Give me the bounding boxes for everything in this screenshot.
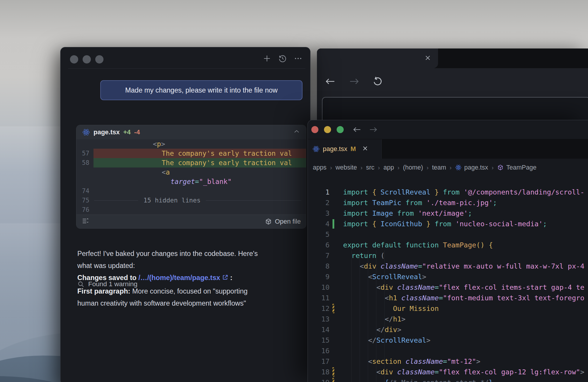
browser-reload-button[interactable] bbox=[372, 76, 383, 86]
collapse-chevron-icon[interactable] bbox=[293, 128, 300, 136]
history-icon[interactable] bbox=[278, 54, 287, 63]
code-text: import TeamPic from './team-pic.jpg'; bbox=[343, 199, 497, 207]
line-number: 8 bbox=[308, 261, 330, 272]
diff-row[interactable]: 76 bbox=[76, 205, 306, 215]
close-traffic-light[interactable] bbox=[311, 126, 318, 133]
code-line[interactable]: 16 bbox=[308, 346, 588, 356]
browser-tab[interactable] bbox=[317, 48, 438, 68]
external-link-icon[interactable] bbox=[222, 274, 228, 281]
code-line[interactable]: 2import TeamPic from './team-pic.jpg'; bbox=[308, 197, 588, 208]
diff-line-number: 58 bbox=[76, 158, 89, 167]
paragraph-text: More concise, focused on "supporting bbox=[130, 287, 248, 295]
code-line[interactable]: 18 <div className="flex flex-col gap-12 … bbox=[308, 367, 588, 377]
breadcrumb-separator: › bbox=[450, 164, 452, 171]
code-line[interactable]: 11 <h1 className="font-medium text-3xl t… bbox=[308, 293, 588, 303]
line-number: 6 bbox=[308, 240, 330, 250]
code-line[interactable]: 14 </div> bbox=[308, 324, 588, 335]
window-traffic-lights[interactable] bbox=[311, 126, 344, 133]
line-number: 9 bbox=[308, 272, 330, 282]
code-text: </ScrollReveal> bbox=[343, 336, 430, 344]
editor-forward-button[interactable] bbox=[368, 125, 378, 135]
code-line[interactable]: 3import Image from 'next/image'; bbox=[308, 208, 588, 219]
diff-row[interactable]: 74 bbox=[76, 186, 306, 196]
breadcrumb-item-teampage[interactable]: TeamPage bbox=[497, 164, 537, 171]
code-text: <section className="mt-12"> bbox=[343, 357, 480, 366]
diff-row[interactable]: 7515 hidden lines bbox=[76, 196, 306, 205]
code-line[interactable]: 17 <section className="mt-12"> bbox=[308, 356, 588, 367]
react-file-icon bbox=[313, 145, 320, 153]
user-message-text: Made my changes, please write it into th… bbox=[125, 86, 278, 94]
code-line[interactable]: 19 {/* Main content start */} bbox=[308, 377, 588, 382]
code-line[interactable]: 4import { IconGithub } from 'nucleo-soci… bbox=[308, 219, 588, 229]
zoom-traffic-light[interactable] bbox=[337, 126, 344, 133]
code-text: return ( bbox=[343, 252, 385, 260]
breadcrumbs: apps›website›src›app›(home)›team› page.t… bbox=[308, 159, 588, 176]
diff-card-footer: Open file bbox=[76, 215, 306, 228]
breadcrumb-separator: › bbox=[378, 164, 380, 171]
diff-row[interactable]: 58The company's early traction val bbox=[76, 158, 306, 167]
paragraph-text: First paragraph: bbox=[77, 287, 130, 295]
breadcrumb-item-home[interactable]: (home) bbox=[403, 164, 423, 171]
diff-card-header[interactable]: page.tsx +4 -4 bbox=[76, 125, 306, 139]
traffic-light[interactable] bbox=[70, 55, 78, 63]
breadcrumb-item-apps[interactable]: apps bbox=[313, 164, 327, 171]
line-number: 5 bbox=[308, 229, 330, 240]
new-thread-icon[interactable] bbox=[263, 54, 271, 63]
hidden-lines-label[interactable]: 15 hidden lines bbox=[138, 196, 206, 205]
assistant-chat-window: Made my changes, please write it into th… bbox=[60, 47, 310, 382]
breadcrumb-item-website[interactable]: website bbox=[335, 164, 357, 171]
window-traffic-lights[interactable] bbox=[70, 55, 103, 63]
browser-back-button[interactable] bbox=[325, 77, 336, 86]
tab-file-name: page.tsx bbox=[323, 145, 347, 153]
breadcrumb-item-team[interactable]: team bbox=[432, 164, 446, 171]
code-text: <div className="flex flex-col gap-12 lg:… bbox=[343, 368, 584, 376]
breadcrumb-item-app[interactable]: app bbox=[383, 164, 394, 171]
more-options-icon[interactable] bbox=[294, 54, 303, 63]
code-line[interactable]: 13 </h1> bbox=[308, 314, 588, 324]
line-number: 3 bbox=[308, 208, 330, 219]
code-line[interactable]: 6export default function TeamPage() { bbox=[308, 240, 588, 250]
code-line[interactable]: 5 bbox=[308, 229, 588, 240]
diff-deletions: -4 bbox=[134, 128, 140, 136]
tab-close-icon[interactable] bbox=[424, 54, 432, 63]
diff-row[interactable]: target="_blank" bbox=[76, 177, 306, 186]
expand-diff-icon[interactable] bbox=[82, 217, 89, 226]
paragraph-text: Perfect! I've baked your changes into th… bbox=[77, 250, 258, 257]
line-number: 19 bbox=[308, 377, 330, 382]
code-text: </div> bbox=[343, 326, 401, 334]
diff-row[interactable]: 57The company's early traction val bbox=[76, 149, 306, 158]
code-line[interactable]: 1import { ScrollReveal } from '@/compone… bbox=[308, 187, 588, 197]
code-text: <div className="relative mx-auto w-full … bbox=[343, 262, 584, 270]
code-line[interactable]: 7 return ( bbox=[308, 250, 588, 261]
line-number: 18 bbox=[308, 367, 330, 377]
code-line[interactable]: 15 </ScrollReveal> bbox=[308, 335, 588, 346]
traffic-light[interactable] bbox=[83, 55, 91, 63]
browser-tab-bar bbox=[317, 48, 588, 68]
breadcrumb-item-pagetsx[interactable]: page.tsx bbox=[455, 164, 488, 171]
diff-row[interactable]: <p> bbox=[76, 139, 306, 149]
editor-window: page.tsx M apps›website›src›app›(home)›t… bbox=[308, 120, 588, 382]
traffic-light[interactable] bbox=[95, 55, 103, 63]
code-line[interactable]: 8 <div className="relative mx-auto w-ful… bbox=[308, 261, 588, 272]
code-editor-area[interactable]: 1import { ScrollReveal } from '@/compone… bbox=[308, 176, 588, 382]
minimize-traffic-light[interactable] bbox=[324, 126, 331, 133]
git-gutter-add-indicator bbox=[333, 219, 334, 229]
git-gutter-mod-indicator bbox=[333, 367, 334, 377]
code-line[interactable]: 12 Our Mission bbox=[308, 303, 588, 314]
editor-tab-bar: page.tsx M bbox=[308, 139, 588, 159]
editor-tab-pagetsx[interactable]: page.tsx M bbox=[308, 139, 382, 159]
breadcrumb-item-src[interactable]: src bbox=[366, 164, 375, 171]
file-path-link[interactable]: /…/(home)/team/page.tsx bbox=[138, 274, 220, 282]
open-file-button[interactable]: Open file bbox=[265, 218, 301, 225]
cube-icon bbox=[497, 164, 504, 171]
diff-line-number: 76 bbox=[76, 205, 89, 215]
code-text: export default function TeamPage() { bbox=[343, 241, 493, 249]
editor-back-button[interactable] bbox=[352, 125, 362, 135]
code-line[interactable]: 10 <div className="flex flex-col items-s… bbox=[308, 282, 588, 293]
diff-line-number: 74 bbox=[76, 186, 89, 196]
browser-forward-button[interactable] bbox=[349, 77, 360, 86]
line-number: 12 bbox=[308, 303, 330, 314]
diff-row[interactable]: <a bbox=[76, 167, 306, 177]
tab-close-icon[interactable] bbox=[362, 145, 369, 153]
code-line[interactable]: 9 <ScrollReveal> bbox=[308, 272, 588, 282]
